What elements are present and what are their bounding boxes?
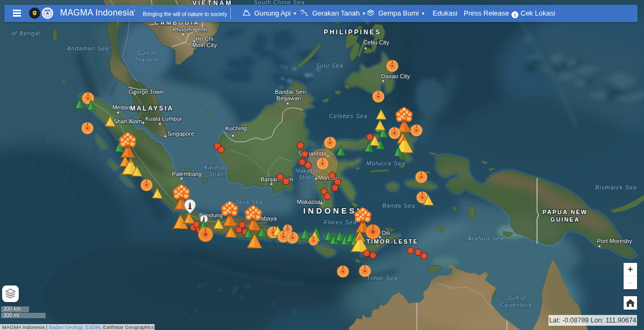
- svg-text:Celebes Sea: Celebes Sea: [329, 113, 368, 119]
- svg-text:Strait: Strait: [209, 171, 224, 177]
- svg-text:Gulf of: Gulf of: [508, 295, 526, 301]
- svg-text:Shah Alam: Shah Alam: [113, 118, 142, 124]
- svg-text:Phnom Penh: Phnom Penh: [173, 26, 207, 33]
- svg-text:Cebu City: Cebu City: [363, 39, 390, 46]
- svg-text:Andaman Sea: Andaman Sea: [67, 45, 109, 52]
- svg-text:Java Sea: Java Sea: [235, 199, 263, 205]
- svg-text:Carpentaria: Carpentaria: [500, 302, 532, 308]
- svg-text:Banda Sea: Banda Sea: [382, 202, 415, 209]
- svg-text:PAPUA NEW: PAPUA NEW: [543, 209, 588, 215]
- svg-text:Kuala Lumpur: Kuala Lumpur: [145, 115, 182, 122]
- svg-text:Bismarck Sea: Bismarck Sea: [595, 184, 636, 190]
- svg-text:Bandar Seri: Bandar Seri: [275, 89, 306, 95]
- svg-text:PHILIPPINES: PHILIPPINES: [324, 28, 382, 36]
- svg-text:Gulf of: Gulf of: [137, 50, 156, 56]
- svg-text:MALAYSIA: MALAYSIA: [130, 105, 174, 112]
- svg-text:Ho Chi: Ho Chi: [195, 35, 214, 42]
- svg-text:Davao City: Davao City: [381, 73, 410, 79]
- svg-text:Port Moresby: Port Moresby: [597, 238, 632, 244]
- svg-text:Molucca Sea: Molucca Sea: [367, 160, 405, 166]
- svg-text:MAGMA: MAGMA: [45, 10, 50, 12]
- svg-text:GUINEA: GUINEA: [551, 216, 580, 223]
- svg-text:Begawan: Begawan: [276, 95, 301, 101]
- svg-text:Palembang: Palembang: [172, 171, 202, 177]
- svg-text:of Bengal: of Bengal: [11, 30, 40, 36]
- svg-text:Flores Sea: Flores Sea: [324, 219, 356, 225]
- svg-text:Makassar: Makassar: [297, 199, 323, 205]
- svg-text:Minh City: Minh City: [192, 42, 217, 48]
- svg-text:Singapore: Singapore: [167, 130, 194, 137]
- svg-text:Medan: Medan: [112, 104, 130, 111]
- svg-text:Dili: Dili: [382, 230, 390, 236]
- svg-text:Karimata: Karimata: [204, 165, 229, 171]
- svg-text:Timor Sea: Timor Sea: [367, 275, 398, 281]
- svg-text:Thailand: Thailand: [134, 57, 157, 63]
- svg-text:Strait: Strait: [299, 174, 314, 180]
- svg-text:Arafura Sea: Arafura Sea: [467, 235, 504, 241]
- svg-text:Kuching: Kuching: [225, 125, 247, 131]
- svg-text:Sulu Sea: Sulu Sea: [316, 62, 343, 69]
